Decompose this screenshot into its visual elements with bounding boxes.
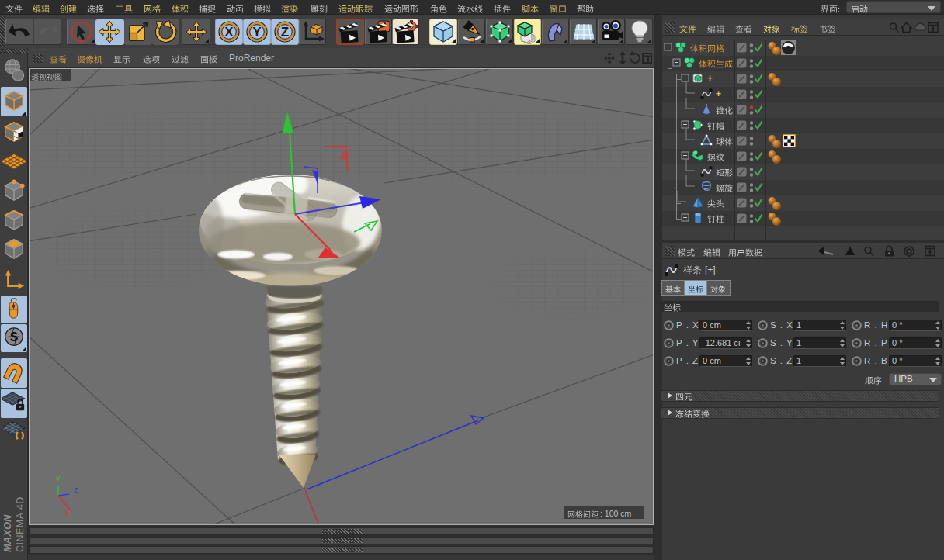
svg-text:X: X bbox=[65, 509, 70, 517]
svg-text:Y: Y bbox=[252, 25, 262, 40]
svg-text:X: X bbox=[224, 25, 234, 40]
svg-text:S: S bbox=[10, 330, 19, 344]
svg-text:Y: Y bbox=[56, 475, 61, 482]
svg-text:Z: Z bbox=[74, 486, 78, 494]
svg-text:Z: Z bbox=[281, 25, 289, 40]
